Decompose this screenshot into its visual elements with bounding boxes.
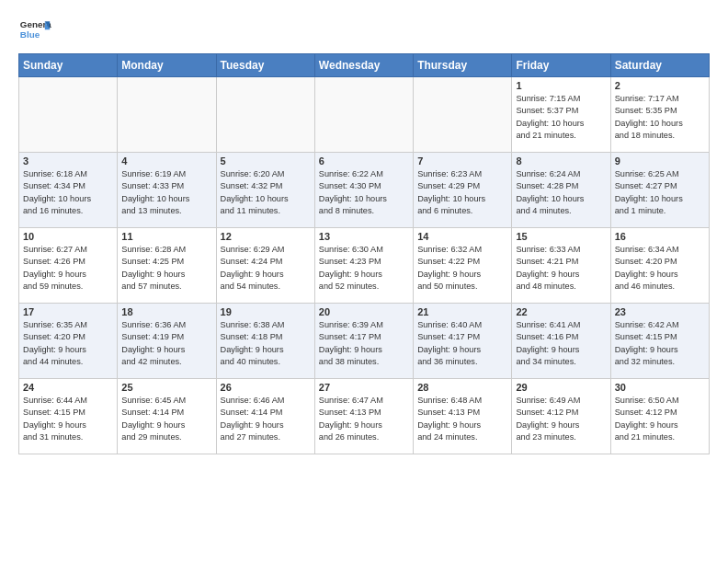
week-row-5: 24Sunrise: 6:44 AM Sunset: 4:15 PM Dayli… <box>19 379 710 454</box>
weekday-header-friday: Friday <box>512 54 610 77</box>
day-info: Sunrise: 6:25 AM Sunset: 4:27 PM Dayligh… <box>615 168 705 217</box>
day-number: 10 <box>23 231 113 242</box>
day-number: 25 <box>121 382 211 393</box>
day-cell: 14Sunrise: 6:32 AM Sunset: 4:22 PM Dayli… <box>414 228 512 304</box>
day-cell: 11Sunrise: 6:28 AM Sunset: 4:25 PM Dayli… <box>118 228 216 304</box>
day-cell: 4Sunrise: 6:19 AM Sunset: 4:33 PM Daylig… <box>118 153 216 228</box>
day-number: 9 <box>615 155 705 167</box>
day-number: 2 <box>615 80 705 91</box>
day-number: 8 <box>516 155 606 167</box>
day-number: 20 <box>319 306 409 317</box>
day-cell: 15Sunrise: 6:33 AM Sunset: 4:21 PM Dayli… <box>512 228 610 304</box>
week-row-2: 3Sunrise: 6:18 AM Sunset: 4:34 PM Daylig… <box>19 153 710 228</box>
day-number: 24 <box>23 382 113 393</box>
day-info: Sunrise: 6:40 AM Sunset: 4:17 PM Dayligh… <box>417 319 507 368</box>
day-cell <box>414 77 512 153</box>
day-number: 30 <box>615 382 705 393</box>
page: General Blue SundayMondayTuesdayWednesda… <box>0 0 728 563</box>
day-cell <box>118 77 216 153</box>
day-cell: 10Sunrise: 6:27 AM Sunset: 4:26 PM Dayli… <box>19 228 118 304</box>
day-number: 19 <box>221 306 311 317</box>
day-number: 26 <box>221 382 311 393</box>
day-number: 18 <box>121 306 211 317</box>
day-info: Sunrise: 6:29 AM Sunset: 4:24 PM Dayligh… <box>221 244 311 293</box>
day-cell <box>216 77 314 153</box>
weekday-header-wednesday: Wednesday <box>314 54 413 77</box>
day-number: 21 <box>417 306 507 317</box>
day-number: 4 <box>121 155 211 167</box>
weekday-header-thursday: Thursday <box>414 54 512 77</box>
day-number: 22 <box>516 306 606 317</box>
day-cell: 23Sunrise: 6:42 AM Sunset: 4:15 PM Dayli… <box>610 304 709 379</box>
day-cell: 3Sunrise: 6:18 AM Sunset: 4:34 PM Daylig… <box>19 153 118 228</box>
day-info: Sunrise: 6:24 AM Sunset: 4:28 PM Dayligh… <box>516 168 606 217</box>
day-info: Sunrise: 6:28 AM Sunset: 4:25 PM Dayligh… <box>121 244 211 293</box>
day-cell <box>314 77 413 153</box>
day-cell: 28Sunrise: 6:48 AM Sunset: 4:13 PM Dayli… <box>414 379 512 454</box>
day-cell: 8Sunrise: 6:24 AM Sunset: 4:28 PM Daylig… <box>512 153 610 228</box>
day-info: Sunrise: 6:38 AM Sunset: 4:18 PM Dayligh… <box>221 319 311 368</box>
day-info: Sunrise: 6:32 AM Sunset: 4:22 PM Dayligh… <box>417 244 507 293</box>
day-info: Sunrise: 6:18 AM Sunset: 4:34 PM Dayligh… <box>23 168 113 217</box>
day-number: 28 <box>417 382 507 393</box>
day-info: Sunrise: 6:49 AM Sunset: 4:12 PM Dayligh… <box>516 395 606 443</box>
day-number: 14 <box>417 231 507 242</box>
day-cell: 24Sunrise: 6:44 AM Sunset: 4:15 PM Dayli… <box>19 379 118 454</box>
day-cell: 21Sunrise: 6:40 AM Sunset: 4:17 PM Dayli… <box>414 304 512 379</box>
week-row-4: 17Sunrise: 6:35 AM Sunset: 4:20 PM Dayli… <box>19 304 710 379</box>
weekday-header-monday: Monday <box>118 54 216 77</box>
calendar-table: SundayMondayTuesdayWednesdayThursdayFrid… <box>18 53 710 454</box>
day-cell: 29Sunrise: 6:49 AM Sunset: 4:12 PM Dayli… <box>512 379 610 454</box>
weekday-header-sunday: Sunday <box>19 54 118 77</box>
day-info: Sunrise: 6:23 AM Sunset: 4:29 PM Dayligh… <box>417 168 507 217</box>
day-cell: 16Sunrise: 6:34 AM Sunset: 4:20 PM Dayli… <box>610 228 709 304</box>
day-cell: 9Sunrise: 6:25 AM Sunset: 4:27 PM Daylig… <box>610 153 709 228</box>
day-info: Sunrise: 6:30 AM Sunset: 4:23 PM Dayligh… <box>319 244 409 293</box>
day-info: Sunrise: 7:17 AM Sunset: 5:35 PM Dayligh… <box>615 93 705 142</box>
day-cell: 2Sunrise: 7:17 AM Sunset: 5:35 PM Daylig… <box>610 77 709 153</box>
day-info: Sunrise: 6:50 AM Sunset: 4:12 PM Dayligh… <box>615 395 705 443</box>
day-info: Sunrise: 6:34 AM Sunset: 4:20 PM Dayligh… <box>615 244 705 293</box>
day-cell: 18Sunrise: 6:36 AM Sunset: 4:19 PM Dayli… <box>118 304 216 379</box>
day-number: 27 <box>319 382 409 393</box>
day-info: Sunrise: 6:39 AM Sunset: 4:17 PM Dayligh… <box>319 319 409 368</box>
logo: General Blue <box>18 15 51 48</box>
day-info: Sunrise: 6:22 AM Sunset: 4:30 PM Dayligh… <box>319 168 409 217</box>
day-number: 16 <box>615 231 705 242</box>
day-info: Sunrise: 6:20 AM Sunset: 4:32 PM Dayligh… <box>221 168 311 217</box>
day-info: Sunrise: 6:27 AM Sunset: 4:26 PM Dayligh… <box>23 244 113 293</box>
day-cell: 27Sunrise: 6:47 AM Sunset: 4:13 PM Dayli… <box>314 379 413 454</box>
day-number: 23 <box>615 306 705 317</box>
day-number: 17 <box>23 306 113 317</box>
week-row-1: 1Sunrise: 7:15 AM Sunset: 5:37 PM Daylig… <box>19 77 710 153</box>
day-info: Sunrise: 7:15 AM Sunset: 5:37 PM Dayligh… <box>516 93 606 142</box>
logo-icon: General Blue <box>18 15 51 48</box>
day-cell: 30Sunrise: 6:50 AM Sunset: 4:12 PM Dayli… <box>610 379 709 454</box>
weekday-header-row: SundayMondayTuesdayWednesdayThursdayFrid… <box>19 54 710 77</box>
day-cell: 6Sunrise: 6:22 AM Sunset: 4:30 PM Daylig… <box>314 153 413 228</box>
day-info: Sunrise: 6:36 AM Sunset: 4:19 PM Dayligh… <box>121 319 211 368</box>
day-info: Sunrise: 6:19 AM Sunset: 4:33 PM Dayligh… <box>121 168 211 217</box>
day-number: 6 <box>319 155 409 167</box>
day-cell: 12Sunrise: 6:29 AM Sunset: 4:24 PM Dayli… <box>216 228 314 304</box>
day-number: 3 <box>23 155 113 167</box>
day-cell: 22Sunrise: 6:41 AM Sunset: 4:16 PM Dayli… <box>512 304 610 379</box>
day-info: Sunrise: 6:44 AM Sunset: 4:15 PM Dayligh… <box>23 395 113 443</box>
day-number: 11 <box>121 231 211 242</box>
day-cell: 13Sunrise: 6:30 AM Sunset: 4:23 PM Dayli… <box>314 228 413 304</box>
day-info: Sunrise: 6:47 AM Sunset: 4:13 PM Dayligh… <box>319 395 409 443</box>
day-cell <box>19 77 118 153</box>
day-info: Sunrise: 6:48 AM Sunset: 4:13 PM Dayligh… <box>417 395 507 443</box>
day-info: Sunrise: 6:41 AM Sunset: 4:16 PM Dayligh… <box>516 319 606 368</box>
header: General Blue <box>18 15 710 48</box>
svg-text:Blue: Blue <box>20 29 40 40</box>
day-info: Sunrise: 6:42 AM Sunset: 4:15 PM Dayligh… <box>615 319 705 368</box>
day-cell: 5Sunrise: 6:20 AM Sunset: 4:32 PM Daylig… <box>216 153 314 228</box>
day-number: 5 <box>221 155 311 167</box>
day-cell: 1Sunrise: 7:15 AM Sunset: 5:37 PM Daylig… <box>512 77 610 153</box>
weekday-header-saturday: Saturday <box>610 54 709 77</box>
day-info: Sunrise: 6:45 AM Sunset: 4:14 PM Dayligh… <box>121 395 211 443</box>
day-cell: 25Sunrise: 6:45 AM Sunset: 4:14 PM Dayli… <box>118 379 216 454</box>
day-number: 12 <box>221 231 311 242</box>
day-number: 13 <box>319 231 409 242</box>
